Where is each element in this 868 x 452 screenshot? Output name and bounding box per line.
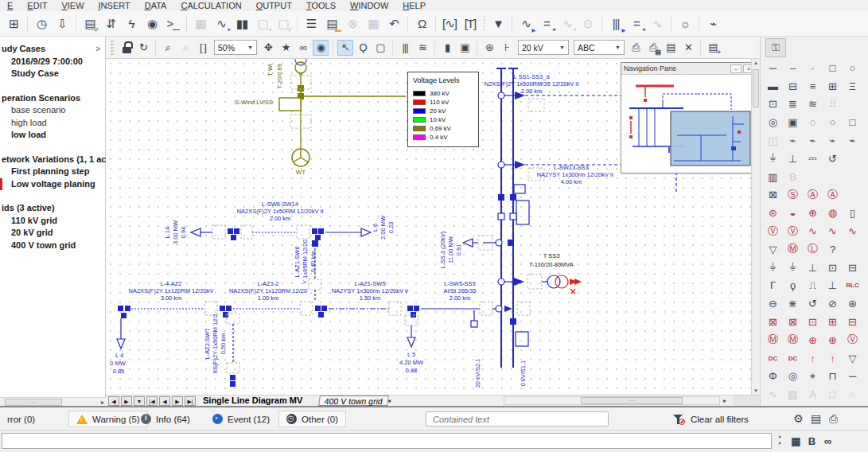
palette-fan-icon[interactable]: ⌖ bbox=[803, 368, 823, 386]
filters-icon[interactable]: ||| bbox=[397, 40, 413, 56]
load-lss3[interactable] bbox=[463, 236, 514, 250]
prev-page[interactable]: ◀ bbox=[159, 396, 170, 406]
palette-capacitor-bank-icon[interactable]: ⊡ bbox=[823, 259, 843, 277]
navigation-pane-titlebar[interactable]: Navigation Pane – × bbox=[621, 63, 757, 75]
palette-series-reactor-icon[interactable]: ⊥ bbox=[823, 277, 843, 295]
palette-switch-icon-1[interactable]: ⌁ bbox=[783, 131, 803, 150]
import-icon[interactable]: ⇩ bbox=[53, 14, 72, 33]
temperature-icon[interactable]: ⊦ bbox=[499, 40, 515, 56]
palette-load-box-icon[interactable]: ▯ bbox=[843, 204, 862, 222]
canvas-vertical-scrollbar[interactable]: ▴ ▾ bbox=[751, 59, 760, 395]
palette-switch-icon-3[interactable]: ⌁ bbox=[823, 131, 843, 150]
find-output-icon[interactable]: ∞ bbox=[820, 433, 835, 449]
tree-grids[interactable]: ids (3 active) bbox=[0, 202, 106, 215]
tree-study-cases[interactable]: udy Cases bbox=[0, 43, 106, 56]
palette-synchronous-machine-icon[interactable]: Ⓢ bbox=[783, 186, 803, 205]
palette-transformer-special-icon[interactable]: ⊛ bbox=[843, 294, 862, 313]
palette-reactor-icon[interactable]: Γ bbox=[763, 277, 783, 295]
phase-select[interactable]: ABC▼ bbox=[574, 40, 625, 55]
signal-run-icon[interactable]: ∿▶ bbox=[516, 14, 535, 33]
favorites-icon[interactable]: ★ bbox=[278, 40, 294, 56]
palette-current-source2-icon[interactable]: ↑ bbox=[823, 349, 843, 368]
sidebar-horizontal-scrollbar[interactable]: ⋯ ▸ bbox=[0, 397, 106, 406]
palette-busbar-coupler-icon[interactable]: Ξ bbox=[843, 77, 862, 95]
palette-rect-draw-icon[interactable]: □ bbox=[823, 385, 843, 403]
palette-fuel-cell-icon[interactable]: ⊕ bbox=[803, 204, 823, 222]
tree-high-load[interactable]: high load bbox=[0, 117, 106, 130]
area-select-icon[interactable]: [∿] bbox=[440, 14, 459, 33]
edit-output-icon[interactable]: B bbox=[804, 433, 819, 449]
find-icon[interactable]: ∞ bbox=[295, 40, 311, 56]
print-preview-icon[interactable]: ⎙▤ bbox=[645, 40, 661, 56]
clear-all-filters-button[interactable]: Clear all filters bbox=[672, 411, 749, 427]
transformer-tss3[interactable] bbox=[498, 275, 582, 294]
layers-icon[interactable]: ≋ bbox=[415, 40, 430, 56]
palette-link-icon[interactable]: ─ bbox=[843, 368, 862, 386]
palette-square-node-icon[interactable]: □ bbox=[843, 113, 862, 131]
tab-single-line-diagram-mv[interactable]: Single Line Diagram MV bbox=[203, 396, 302, 405]
palette-lv-load-icon[interactable]: Ⓛ bbox=[803, 240, 823, 259]
calculator-icon[interactable]: ▦ bbox=[364, 14, 383, 33]
palette-section-busbar-icon[interactable]: ⊡ bbox=[763, 95, 783, 114]
palette-load-icon[interactable]: ▽ bbox=[763, 240, 783, 259]
palette-machine-m-icon[interactable]: Ⓜ bbox=[763, 331, 783, 349]
scrollbar-thumb[interactable]: ⋯ bbox=[5, 399, 62, 406]
new-case-icon[interactable]: ▢+ bbox=[253, 14, 272, 33]
palette-curve-icon[interactable]: ∿ bbox=[763, 385, 783, 403]
palette-busbar-icon[interactable]: ▬ bbox=[763, 77, 783, 95]
save-output-icon[interactable]: ▦ bbox=[788, 433, 803, 449]
palette-pwm-converter-icon[interactable]: ⊞ bbox=[823, 313, 843, 331]
harmonics-definition-icon[interactable]: =+ bbox=[627, 14, 646, 33]
palette-genset-icon[interactable]: ⊜ bbox=[763, 204, 783, 222]
tab-scroll-left[interactable]: ◀ bbox=[108, 396, 119, 406]
tree-operation-scenarios[interactable]: peration Scenarios bbox=[0, 92, 106, 105]
output-command-input[interactable] bbox=[2, 433, 772, 449]
palette-load-down-icon[interactable]: ▽ bbox=[843, 349, 862, 368]
palette-impulse-source-icon[interactable]: ∿ bbox=[843, 222, 862, 240]
navigation-pane-minimap[interactable] bbox=[621, 75, 757, 172]
palette-converter-icon[interactable]: ⊡ bbox=[803, 313, 823, 331]
palette-phase-shifter-icon[interactable]: Φ bbox=[763, 368, 783, 386]
menu-view[interactable]: VIEW bbox=[54, 0, 91, 11]
palette-dc-link-icon[interactable]: ⎓ bbox=[803, 150, 823, 168]
palette-asynchronous-machine-icon[interactable]: Ⓐ bbox=[803, 186, 823, 205]
filter-event[interactable]: Event (12) bbox=[205, 411, 277, 427]
rect-select-icon[interactable]: ▢ bbox=[372, 40, 388, 56]
goto-icon[interactable]: ◉ bbox=[142, 14, 162, 33]
palette-panel-icon[interactable]: ⊓ bbox=[823, 368, 843, 386]
menu-edit[interactable]: EDIT bbox=[20, 0, 54, 11]
plot-grey-icon[interactable]: ∿ bbox=[648, 14, 667, 33]
palette-text-b-icon[interactable]: B bbox=[783, 168, 803, 186]
tree-110kv-grid[interactable]: 110 kV grid bbox=[0, 215, 106, 228]
last-page[interactable]: ▶| bbox=[185, 396, 196, 406]
menu-data[interactable]: DATA bbox=[138, 0, 174, 11]
signal-definition-icon[interactable]: =+ bbox=[537, 14, 556, 33]
zoom-level-select[interactable]: 50%▼ bbox=[214, 40, 257, 55]
load-l4[interactable] bbox=[117, 318, 125, 349]
case-check-icon[interactable]: ▢✓ bbox=[274, 14, 293, 33]
binders-icon[interactable]: ▮▮ bbox=[232, 14, 251, 33]
load-flow-icon[interactable]: ϟ bbox=[122, 14, 141, 33]
harmonics-run-icon[interactable]: |||▶ bbox=[606, 14, 625, 33]
scrollbar-thumb[interactable]: ⋯ bbox=[581, 397, 683, 404]
tab-menu[interactable]: ▼ bbox=[134, 396, 145, 406]
settings-icon[interactable]: ⚙ bbox=[790, 411, 806, 427]
database-icon[interactable]: ☰ bbox=[302, 14, 321, 33]
light-bulb-icon[interactable]: ☼ bbox=[675, 14, 695, 33]
new-page-icon[interactable]: ▤+ bbox=[705, 40, 721, 56]
user-icon[interactable]: Ω bbox=[412, 14, 431, 33]
scale-icon[interactable]: ▣ bbox=[457, 40, 473, 56]
palette-ac-source2-icon[interactable]: ∿ bbox=[823, 222, 843, 240]
palette-dc-machine2-icon[interactable]: DC bbox=[783, 349, 803, 368]
palette-transformer-3w-icon[interactable]: ⋇ bbox=[783, 294, 803, 313]
add-curve-icon[interactable]: ∿+ bbox=[212, 14, 231, 33]
plot-add-icon[interactable]: ∿+ bbox=[558, 14, 577, 33]
palette-grid-points-icon[interactable]: ⠿ bbox=[823, 95, 843, 114]
freeze-icon[interactable] bbox=[118, 40, 134, 56]
palette-double-busbar-icon[interactable]: ≡ bbox=[803, 77, 823, 95]
palette-measurement-icon[interactable]: ◎ bbox=[783, 368, 803, 386]
canvas-horizontal-scrollbar[interactable]: ⋯ bbox=[504, 396, 720, 405]
scroll-right-icon[interactable]: ▸ bbox=[723, 397, 726, 404]
palette-series-cap-icon[interactable]: ⎍ bbox=[803, 277, 823, 295]
palette-rectangle-icon[interactable]: □ bbox=[823, 59, 843, 77]
